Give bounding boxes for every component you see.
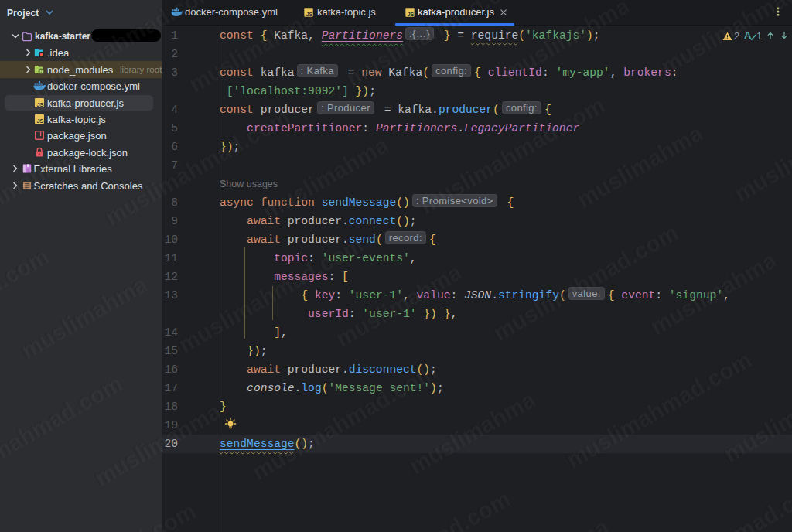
svg-text:JS: JS	[408, 12, 415, 17]
svg-text:JS: JS	[36, 118, 43, 124]
svg-text:JS: JS	[36, 101, 43, 108]
svg-text:JS: JS	[306, 12, 313, 17]
